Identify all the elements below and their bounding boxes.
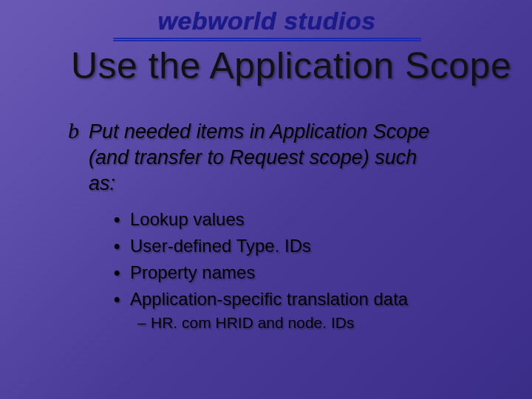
main-bullet-line1: Put needed items in Application Scope (89, 120, 429, 143)
main-bullet: bPut needed items in Application Scope (… (68, 117, 489, 196)
brand-logo: webworld studios (115, 4, 418, 37)
bullet-marker-b: b (68, 117, 89, 145)
bullet-dot-icon: • (114, 259, 130, 286)
sub-bullet-list: •Lookup values •User-defined Type. IDs •… (68, 206, 489, 313)
bullet-dot-icon: • (114, 206, 130, 233)
sub-sub-list: –HR. com HRID and node. IDs (68, 314, 489, 332)
brand-logo-underline (113, 38, 421, 42)
brand-logo-text: webworld studios (157, 7, 375, 35)
bullet-dot-icon: • (114, 286, 130, 313)
main-bullet-line2: (and transfer to Request scope) such (68, 145, 489, 171)
list-item-label: HR. com HRID and node. IDs (151, 314, 354, 331)
list-item-label: Application-specific translation data (130, 289, 408, 309)
bullet-dot-icon: • (114, 233, 130, 259)
list-item-label: Property names (130, 262, 255, 282)
list-item: •Lookup values (114, 206, 489, 233)
dash-icon: – (137, 314, 151, 332)
slide-title: Use the Application Scope (71, 44, 511, 87)
list-item: •User-defined Type. IDs (114, 233, 489, 259)
list-item: –HR. com HRID and node. IDs (137, 314, 489, 332)
main-bullet-line3: as: (68, 171, 489, 197)
list-item-label: User-defined Type. IDs (130, 236, 311, 256)
list-item: •Property names (114, 259, 489, 286)
list-item: •Application-specific translation data (114, 286, 489, 313)
list-item-label: Lookup values (130, 209, 245, 229)
slide-body: bPut needed items in Application Scope (… (68, 117, 489, 332)
